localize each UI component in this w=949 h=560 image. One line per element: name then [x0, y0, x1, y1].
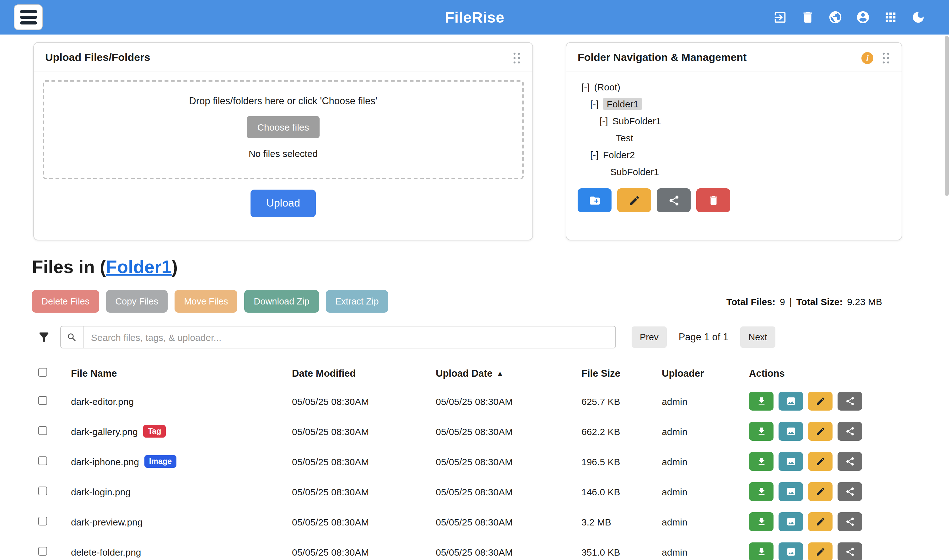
tree-item-root[interactable]: [-] (Root): [578, 78, 890, 95]
globe-icon[interactable]: [828, 10, 843, 25]
file-table: File Name Date Modified Upload Date▲ Fil…: [32, 361, 902, 560]
share-folder-button[interactable]: [657, 188, 691, 212]
rename-file-button[interactable]: [808, 392, 832, 411]
upload-date: 05/05/25 08:30AM: [436, 516, 581, 527]
search-row: Prev Page 1 of 1 Next: [32, 326, 902, 348]
download-button[interactable]: [749, 542, 774, 560]
move-files-button[interactable]: Move Files: [175, 290, 237, 313]
dropzone[interactable]: Drop files/folders here or click 'Choose…: [43, 80, 524, 179]
create-folder-button[interactable]: [578, 188, 612, 212]
rename-file-button[interactable]: [808, 452, 832, 471]
row-checkbox[interactable]: [38, 516, 47, 525]
scrollbar[interactable]: [945, 36, 949, 196]
tree-item-subfolder1-2[interactable]: SubFolder1: [578, 163, 890, 180]
preview-image-button[interactable]: [778, 452, 803, 471]
filerise-app: FileRise Upload Files/Folders Drop files…: [0, 0, 949, 560]
file-size: 351.0 KB: [581, 546, 662, 557]
logout-icon[interactable]: [773, 10, 788, 25]
next-page-button[interactable]: Next: [740, 326, 775, 348]
extract-zip-button[interactable]: Extract Zip: [326, 290, 388, 313]
info-icon[interactable]: [861, 52, 873, 64]
drag-handle-icon[interactable]: [881, 51, 890, 64]
tree-item-folder2[interactable]: [-] Folder2: [578, 146, 890, 163]
search-input[interactable]: [83, 326, 616, 348]
column-upload-date[interactable]: Upload Date▲: [436, 368, 581, 379]
download-button[interactable]: [749, 482, 774, 501]
menu-icon[interactable]: [14, 5, 43, 30]
file-name[interactable]: dark-editor.png: [71, 396, 134, 406]
search-icon[interactable]: [60, 326, 83, 348]
share-file-button[interactable]: [838, 542, 862, 560]
file-size: 662.2 KB: [581, 426, 662, 437]
tree-toggle-icon[interactable]: [-]: [600, 115, 608, 126]
download-button[interactable]: [749, 512, 774, 531]
search-group: [60, 326, 616, 348]
rename-file-button[interactable]: [808, 512, 832, 531]
download-button[interactable]: [749, 422, 774, 441]
select-all-checkbox[interactable]: [38, 368, 47, 377]
row-checkbox[interactable]: [38, 396, 47, 405]
row-checkbox[interactable]: [38, 546, 47, 555]
pagination: Prev Page 1 of 1 Next: [632, 326, 775, 348]
uploader: admin: [662, 516, 749, 527]
drag-handle-icon[interactable]: [512, 51, 521, 64]
folder-card-header: Folder Navigation & Management: [566, 43, 901, 72]
preview-image-button[interactable]: [778, 392, 803, 411]
tree-item-test[interactable]: Test: [578, 129, 890, 146]
preview-image-button[interactable]: [778, 542, 803, 560]
account-icon[interactable]: [856, 10, 870, 25]
preview-image-button[interactable]: [778, 512, 803, 531]
tree-item-folder1[interactable]: [-] Folder1: [578, 95, 890, 112]
tree-toggle-icon[interactable]: [-]: [581, 82, 590, 92]
download-button[interactable]: [749, 452, 774, 471]
file-name[interactable]: dark-gallery.png: [71, 426, 138, 437]
rename-file-button[interactable]: [808, 482, 832, 501]
file-name[interactable]: dark-iphone.png: [71, 456, 139, 467]
preview-image-button[interactable]: [778, 482, 803, 501]
current-folder-link[interactable]: Folder1: [106, 257, 172, 277]
copy-files-button[interactable]: Copy Files: [106, 290, 168, 313]
share-file-button[interactable]: [838, 512, 862, 531]
total-size-value: 9.23 MB: [847, 296, 882, 307]
choose-files-button[interactable]: Choose files: [246, 116, 320, 138]
share-file-button[interactable]: [838, 452, 862, 471]
date-modified: 05/05/25 08:30AM: [292, 546, 436, 557]
tree-label: SubFolder1: [612, 115, 661, 126]
trash-icon[interactable]: [800, 10, 815, 25]
file-name[interactable]: dark-preview.png: [71, 516, 143, 527]
column-date-modified[interactable]: Date Modified: [292, 368, 436, 379]
share-file-button[interactable]: [838, 482, 862, 501]
delete-files-button[interactable]: Delete Files: [32, 290, 99, 313]
folder-actions: [578, 188, 890, 212]
share-file-button[interactable]: [838, 392, 862, 411]
preview-image-button[interactable]: [778, 422, 803, 441]
download-button[interactable]: [749, 392, 774, 411]
rename-file-button[interactable]: [808, 422, 832, 441]
row-checkbox[interactable]: [38, 426, 47, 435]
date-modified: 05/05/25 08:30AM: [292, 456, 436, 467]
app-title: FileRise: [445, 8, 504, 26]
column-uploader[interactable]: Uploader: [662, 368, 749, 379]
column-file-size[interactable]: File Size: [581, 368, 662, 379]
prev-page-button[interactable]: Prev: [632, 326, 667, 348]
tree-toggle-icon[interactable]: [-]: [590, 149, 599, 160]
app-header: FileRise: [0, 0, 949, 35]
header-icon-group: [773, 10, 926, 25]
tree-item-subfolder1[interactable]: [-] SubFolder1: [578, 112, 890, 129]
filter-icon[interactable]: [37, 330, 51, 344]
rename-file-button[interactable]: [808, 542, 832, 560]
upload-button[interactable]: Upload: [251, 189, 316, 217]
delete-folder-button[interactable]: [696, 188, 730, 212]
grid-icon[interactable]: [883, 10, 898, 25]
file-name[interactable]: dark-login.png: [71, 486, 131, 497]
share-file-button[interactable]: [838, 422, 862, 441]
file-name[interactable]: delete-folder.png: [71, 546, 141, 557]
row-checkbox[interactable]: [38, 456, 47, 465]
files-heading-suffix: ): [172, 257, 178, 277]
tree-toggle-icon[interactable]: [-]: [590, 98, 599, 109]
column-file-name[interactable]: File Name: [71, 368, 292, 379]
rename-folder-button[interactable]: [617, 188, 651, 212]
download-zip-button[interactable]: Download Zip: [244, 290, 318, 313]
row-checkbox[interactable]: [38, 486, 47, 495]
dark-mode-icon[interactable]: [911, 10, 926, 25]
